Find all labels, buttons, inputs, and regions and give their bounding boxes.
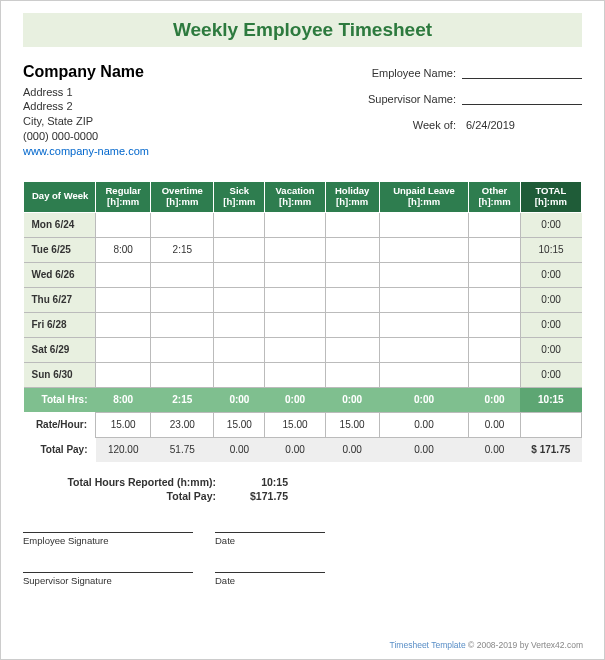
table-row: Sat 6/290:00 (24, 337, 582, 362)
pay-other: 0.00 (469, 437, 520, 462)
hours-cell[interactable] (265, 237, 325, 262)
pay-regular: 120.00 (96, 437, 151, 462)
day-cell: Mon 6/24 (24, 212, 96, 237)
rate-regular[interactable]: 15.00 (96, 412, 151, 437)
hours-cell[interactable] (96, 362, 151, 387)
hours-cell[interactable] (214, 362, 265, 387)
hours-cell[interactable] (214, 312, 265, 337)
hours-cell[interactable] (325, 212, 379, 237)
hours-cell[interactable] (214, 287, 265, 312)
row-total: 0:00 (520, 262, 581, 287)
col-overtime: Overtime[h]:mm (151, 181, 214, 212)
hours-cell[interactable] (379, 312, 469, 337)
row-total: 0:00 (520, 337, 581, 362)
hours-cell[interactable] (325, 287, 379, 312)
col-unpaid: Unpaid Leave[h]:mm (379, 181, 469, 212)
hours-cell[interactable] (469, 287, 520, 312)
hours-cell[interactable] (379, 212, 469, 237)
rate-holiday[interactable]: 15.00 (325, 412, 379, 437)
hours-cell[interactable] (214, 262, 265, 287)
hours-cell[interactable] (325, 362, 379, 387)
hours-cell[interactable] (265, 262, 325, 287)
hours-cell[interactable] (265, 287, 325, 312)
weekof-label: Week of: (413, 119, 456, 131)
hours-cell[interactable] (96, 312, 151, 337)
day-cell: Wed 6/26 (24, 262, 96, 287)
table-row: Sun 6/300:00 (24, 362, 582, 387)
footer-copyright: © 2008-2019 by Vertex42.com (466, 640, 583, 650)
col-other: Other[h]:mm (469, 181, 520, 212)
hours-cell[interactable] (379, 362, 469, 387)
hours-cell[interactable] (151, 312, 214, 337)
pay-sick: 0.00 (214, 437, 265, 462)
hours-cell[interactable] (379, 337, 469, 362)
hours-cell[interactable] (96, 287, 151, 312)
rate-unpaid[interactable]: 0.00 (379, 412, 469, 437)
company-url[interactable]: www.company-name.com (23, 144, 149, 159)
summary-pay-label: Total Pay: (63, 490, 228, 502)
col-total: TOTAL[h]:mm (520, 181, 581, 212)
total-holiday: 0:00 (325, 387, 379, 412)
hours-cell[interactable] (265, 312, 325, 337)
hours-cell[interactable] (325, 237, 379, 262)
hours-cell[interactable] (469, 237, 520, 262)
employee-name-field[interactable] (462, 65, 582, 79)
hours-cell[interactable] (379, 262, 469, 287)
hours-cell[interactable] (325, 262, 379, 287)
total-vacation: 0:00 (265, 387, 325, 412)
rate-sick[interactable]: 15.00 (214, 412, 265, 437)
hours-cell[interactable] (379, 287, 469, 312)
hours-cell[interactable] (96, 262, 151, 287)
hours-cell[interactable] (469, 362, 520, 387)
pay-row: Total Pay: 120.00 51.75 0.00 0.00 0.00 0… (24, 437, 582, 462)
hours-cell[interactable] (151, 362, 214, 387)
hours-cell[interactable] (214, 337, 265, 362)
day-cell: Thu 6/27 (24, 287, 96, 312)
supervisor-signature-date[interactable]: Date (215, 572, 325, 586)
total-hours-row: Total Hrs: 8:00 2:15 0:00 0:00 0:00 0:00… (24, 387, 582, 412)
hours-cell[interactable] (151, 212, 214, 237)
row-total: 0:00 (520, 212, 581, 237)
day-cell: Sat 6/29 (24, 337, 96, 362)
table-row: Mon 6/240:00 (24, 212, 582, 237)
hours-cell[interactable] (151, 287, 214, 312)
employee-signature-line[interactable]: Employee Signature (23, 532, 193, 546)
hours-cell[interactable] (151, 337, 214, 362)
hours-cell[interactable] (214, 212, 265, 237)
supervisor-signature-line[interactable]: Supervisor Signature (23, 572, 193, 586)
timesheet-table: Day of Week Regular[h]:mm Overtime[h]:mm… (23, 181, 582, 462)
hours-cell[interactable] (469, 312, 520, 337)
hours-cell[interactable] (265, 362, 325, 387)
table-row: Wed 6/260:00 (24, 262, 582, 287)
rate-other[interactable]: 0.00 (469, 412, 520, 437)
hours-cell[interactable] (265, 337, 325, 362)
header-row: Day of Week Regular[h]:mm Overtime[h]:mm… (24, 181, 582, 212)
row-total: 0:00 (520, 312, 581, 337)
hours-cell[interactable] (96, 212, 151, 237)
summary-pay-value: $171.75 (228, 490, 288, 502)
rate-overtime[interactable]: 23.00 (151, 412, 214, 437)
hours-cell[interactable] (379, 237, 469, 262)
total-regular: 8:00 (96, 387, 151, 412)
footer-link[interactable]: Timesheet Template (390, 640, 466, 650)
day-cell: Fri 6/28 (24, 312, 96, 337)
hours-cell[interactable] (325, 312, 379, 337)
weekof-value: 6/24/2019 (462, 119, 582, 131)
hours-cell[interactable] (469, 337, 520, 362)
employee-signature-date[interactable]: Date (215, 532, 325, 546)
supervisor-name-field[interactable] (462, 91, 582, 105)
hours-cell[interactable] (469, 262, 520, 287)
total-total: 10:15 (520, 387, 581, 412)
hours-cell[interactable]: 8:00 (96, 237, 151, 262)
hours-cell[interactable] (325, 337, 379, 362)
hours-cell[interactable] (469, 212, 520, 237)
hours-cell[interactable] (214, 237, 265, 262)
hours-cell[interactable] (265, 212, 325, 237)
row-total: 0:00 (520, 287, 581, 312)
company-citystate: City, State ZIP (23, 114, 149, 129)
hours-cell[interactable]: 2:15 (151, 237, 214, 262)
rate-vacation[interactable]: 15.00 (265, 412, 325, 437)
hours-cell[interactable] (96, 337, 151, 362)
rate-row: Rate/Hour: 15.00 23.00 15.00 15.00 15.00… (24, 412, 582, 437)
hours-cell[interactable] (151, 262, 214, 287)
